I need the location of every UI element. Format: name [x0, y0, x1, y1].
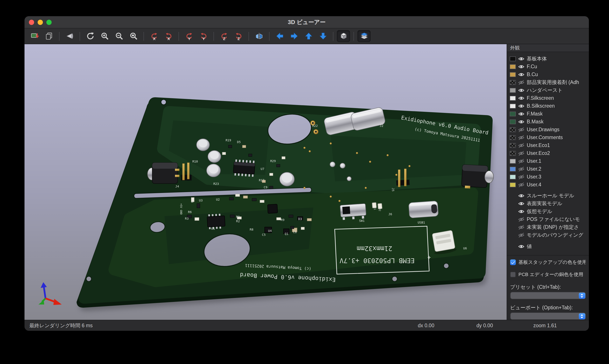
model-visibility-eye-icon[interactable]	[518, 233, 525, 237]
appearance-panel-button[interactable]	[357, 30, 371, 42]
layer-visibility-eye-icon[interactable]	[518, 56, 525, 61]
pan-down-button[interactable]	[316, 30, 329, 42]
layer-color-swatch[interactable]	[510, 151, 516, 156]
layer-color-swatch[interactable]	[510, 96, 516, 100]
rotate-z-cw-button[interactable]: Z	[218, 30, 231, 42]
model-option-row[interactable]: モデルのバウンディング	[510, 231, 589, 239]
layer-color-swatch[interactable]	[510, 143, 516, 148]
minimize-button[interactable]	[38, 19, 43, 25]
layer-row[interactable]: ハンダペースト	[510, 86, 589, 94]
layer-row[interactable]: User.Comments	[510, 133, 589, 141]
rotate-y-cw-button[interactable]: Y	[182, 30, 195, 42]
stepper-icon[interactable]	[579, 313, 585, 319]
layer-color-swatch[interactable]	[510, 182, 516, 187]
misc-visibility-eye-icon[interactable]	[518, 244, 525, 249]
layer-visibility-eye-icon[interactable]	[518, 64, 525, 69]
model-visibility-eye-icon[interactable]	[518, 209, 525, 214]
layer-visibility-eye-icon[interactable]	[518, 80, 525, 85]
layer-row[interactable]: F.Mask	[510, 110, 589, 118]
layer-row[interactable]: User.4	[510, 181, 589, 189]
checkbox[interactable]	[510, 260, 516, 265]
layer-color-swatch[interactable]	[510, 104, 516, 108]
layer-row[interactable]: User.2	[510, 165, 589, 173]
model-visibility-eye-icon[interactable]	[518, 225, 525, 230]
3d-viewport[interactable]: Exidiophone v6.0 Audio Board(c) Tomoya M…	[25, 44, 507, 320]
layer-row[interactable]: User.Eco1	[510, 141, 589, 149]
pan-up-button[interactable]	[302, 30, 315, 42]
preset-dropdown[interactable]	[510, 292, 586, 299]
layer-label: User.Drawings	[527, 127, 559, 132]
zoom-out-button[interactable]	[112, 30, 126, 42]
layer-visibility-eye-icon[interactable]	[518, 104, 525, 108]
zoom-fit-button[interactable]	[127, 30, 140, 42]
layer-color-swatch[interactable]	[510, 119, 516, 124]
rotate-x-cw-button[interactable]: X	[147, 30, 161, 42]
rotate-y-ccw-button[interactable]: Y	[197, 30, 210, 42]
layer-row[interactable]: User.3	[510, 173, 589, 181]
layer-color-swatch[interactable]	[510, 64, 516, 69]
layer-color-swatch[interactable]	[510, 159, 516, 163]
model-option-row[interactable]: 表面実装モデル	[510, 199, 589, 207]
layer-row[interactable]: 基板本体	[510, 55, 589, 63]
redraw-button[interactable]	[84, 30, 97, 42]
layer-row[interactable]: F.Silkscreen	[510, 94, 589, 102]
layer-row[interactable]: 部品実装用接着剤 (Adh	[510, 78, 589, 86]
layer-visibility-eye-icon[interactable]	[518, 151, 525, 156]
layer-visibility-eye-icon[interactable]	[518, 72, 525, 77]
layer-color-swatch[interactable]	[510, 80, 516, 85]
reload-board-button[interactable]	[28, 30, 41, 42]
layer-visibility-eye-icon[interactable]	[518, 119, 525, 124]
pan-left-button[interactable]	[273, 30, 286, 42]
layer-row[interactable]: User.Drawings	[510, 126, 589, 133]
viewport-dropdown[interactable]	[510, 312, 586, 320]
layer-row[interactable]: B.Mask	[510, 118, 589, 126]
layer-row[interactable]: User.1	[510, 157, 589, 165]
layer-visibility-eye-icon[interactable]	[518, 159, 525, 163]
layer-color-swatch[interactable]	[510, 72, 516, 77]
layer-visibility-eye-icon[interactable]	[518, 182, 525, 187]
pan-right-button[interactable]	[287, 30, 300, 42]
layer-row[interactable]: B.Cu	[510, 70, 589, 78]
copy-image-button[interactable]	[42, 30, 56, 42]
layer-visibility-eye-icon[interactable]	[518, 127, 525, 132]
misc-option-row[interactable]: 値	[510, 242, 589, 250]
flip-board-button[interactable]	[252, 30, 266, 42]
layer-row[interactable]: User.Eco2	[510, 149, 589, 157]
layer-color-swatch[interactable]	[510, 174, 516, 179]
fullscreen-button[interactable]	[46, 19, 52, 25]
layer-row[interactable]: B.Silkscreen	[510, 102, 589, 110]
model-visibility-eye-icon[interactable]	[518, 217, 525, 221]
layer-color-swatch[interactable]	[510, 127, 516, 132]
model-option-row[interactable]: スルーホール モデル	[510, 192, 589, 199]
rotate-x-ccw-button[interactable]: X	[162, 30, 175, 42]
layer-color-swatch[interactable]	[510, 56, 516, 61]
layer-color-swatch[interactable]	[510, 135, 516, 140]
checkbox[interactable]	[510, 272, 516, 277]
checkbox-row[interactable]: 基板スタックアップの色を使用	[510, 259, 586, 266]
layer-visibility-eye-icon[interactable]	[518, 88, 525, 92]
model-option-row[interactable]: 仮想モデル	[510, 207, 589, 215]
layer-color-swatch[interactable]	[510, 167, 516, 171]
layer-row[interactable]: F.Cu	[510, 63, 589, 70]
model-visibility-eye-icon[interactable]	[518, 201, 525, 206]
zoom-in-button[interactable]	[98, 30, 111, 42]
layer-visibility-eye-icon[interactable]	[518, 135, 525, 140]
layer-visibility-eye-icon[interactable]	[518, 111, 525, 116]
orthographic-projection-button[interactable]	[337, 30, 350, 42]
raytracing-render-button[interactable]	[63, 30, 76, 42]
model-option-row[interactable]: 未実装 (DNP) が指定さ	[510, 223, 589, 231]
layer-color-swatch[interactable]	[510, 111, 516, 116]
close-button[interactable]	[29, 19, 34, 25]
titlebar[interactable]: 3D ビューアー	[25, 16, 589, 28]
rotate-z-ccw-button[interactable]: Z	[232, 30, 245, 42]
model-option-row[interactable]: POS ファイルにないモ	[510, 215, 589, 223]
model-visibility-eye-icon[interactable]	[518, 193, 525, 198]
layer-visibility-eye-icon[interactable]	[518, 174, 525, 179]
layer-label: User.1	[527, 158, 541, 164]
checkbox-row[interactable]: PCB エディターの銅色を使用	[510, 271, 586, 278]
layer-color-swatch[interactable]	[510, 88, 516, 92]
layer-visibility-eye-icon[interactable]	[518, 143, 525, 148]
layer-visibility-eye-icon[interactable]	[518, 96, 525, 100]
layer-visibility-eye-icon[interactable]	[518, 167, 525, 171]
stepper-icon[interactable]	[579, 292, 585, 299]
